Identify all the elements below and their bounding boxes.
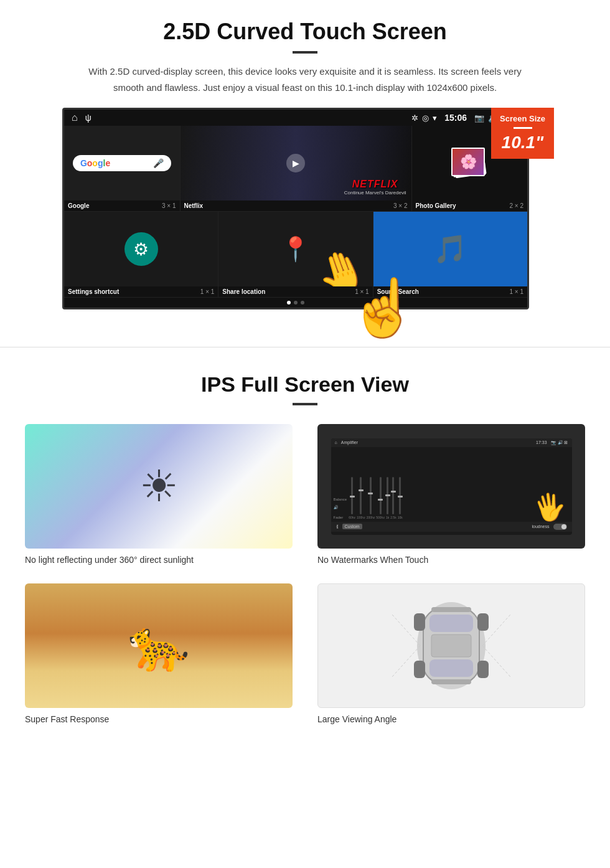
- section2-divider: [293, 403, 317, 405]
- camera-icon: 📷: [474, 113, 484, 123]
- amp-icons: 📷 🔊 ⊠: [551, 440, 568, 445]
- app-cell-share[interactable]: 📍 🤚 Share location 1 × 1: [218, 212, 373, 297]
- photo-stack: 🌸: [448, 146, 491, 181]
- netflix-logo: NETFLIX: [344, 179, 406, 190]
- photo-stack-front: 🌸: [451, 148, 485, 176]
- settings-icon: ⚙: [124, 232, 158, 266]
- home-icon[interactable]: ⌂: [72, 112, 78, 123]
- share-app-name: Share location: [222, 288, 265, 295]
- gallery-app-size: 2 × 2: [509, 202, 523, 209]
- sun-icon: ☀: [139, 461, 179, 512]
- section2-title: IPS Full Screen View: [25, 372, 585, 397]
- svg-rect-10: [477, 661, 489, 678]
- slider-60hz: 60hz: [349, 477, 355, 519]
- mic-icon[interactable]: 🎤: [153, 158, 164, 168]
- share-app-size: 1 × 1: [355, 288, 369, 295]
- feature-car: Large Viewing Angle: [317, 583, 585, 724]
- netflix-app-size: 3 × 2: [393, 202, 408, 209]
- sound-app-name: Sound Search: [377, 288, 419, 295]
- amp-home-icon: ⌂: [335, 440, 337, 445]
- screen-size-badge: Screen Size 10.1": [491, 108, 554, 159]
- device-screen: ⌂ ψ ✲ ◎ ▾ 15:06 📷 🔊 ⊠ ▭: [62, 108, 529, 309]
- amp-label-balance: Balance: [334, 498, 347, 501]
- badge-title: Screen Size: [500, 114, 545, 123]
- sound-app-size: 1 × 1: [509, 288, 523, 295]
- feature-label-cheetah: Super Fast Response: [25, 714, 293, 724]
- features-grid: ☀ No light reflecting under 360° direct …: [25, 424, 585, 724]
- netflix-label-row: Netflix 3 × 2: [181, 200, 411, 211]
- netflix-thumb: ▶ NETFLIX Continue Marvel's Daredevil: [181, 126, 411, 200]
- settings-app-name: Settings shortcut: [68, 288, 119, 295]
- feature-image-car: [317, 583, 585, 708]
- amp-time: 17:33: [536, 440, 547, 445]
- svg-rect-3: [429, 659, 473, 677]
- feature-image-amplifier: ⌂ Amplifier 17:33 📷 🔊 ⊠ Balance 🔊 Fader: [317, 424, 585, 549]
- cheetah-emoji: 🐆: [128, 616, 190, 675]
- badge-divider: [514, 127, 532, 129]
- app-cell-settings[interactable]: ⚙ Settings shortcut 1 × 1: [64, 212, 218, 297]
- app-cell-google[interactable]: Google 🎤 Google 3 × 1: [64, 126, 181, 211]
- google-search-bar[interactable]: Google 🎤: [73, 155, 171, 171]
- settings-label-row: Settings shortcut 1 × 1: [64, 286, 218, 297]
- netflix-play-button[interactable]: ▶: [286, 154, 305, 172]
- amp-title: Amplifier: [341, 440, 358, 445]
- amp-label-volume: 🔊: [334, 505, 347, 509]
- amp-loudness-label: loudness: [532, 524, 549, 529]
- slider-200hz: 200hz: [367, 477, 375, 519]
- hand-pointing-icon: 🤚: [309, 241, 373, 286]
- sound-thumb: 🎵: [373, 212, 527, 286]
- slider-1k: 1k: [386, 477, 389, 519]
- wifi-icon: ▾: [433, 113, 437, 123]
- car-topview-svg: [389, 596, 514, 696]
- feature-image-sunlight: ☀: [25, 424, 293, 549]
- app-row-2: ⚙ Settings shortcut 1 × 1 📍 🤚 Share loca…: [64, 212, 527, 298]
- section1-title: 2.5D Curved Touch Screen: [37, 19, 573, 45]
- device-wrapper: Screen Size 10.1" ⌂ ψ ✲ ◎ ▾ 15:06 📷 🔊 ⊠ …: [62, 108, 548, 309]
- hand-on-sliders-icon: 🖐: [531, 489, 568, 524]
- svg-rect-7: [414, 613, 425, 631]
- share-label-row: Share location 1 × 1: [218, 286, 372, 297]
- netflix-app-name: Netflix: [184, 202, 204, 209]
- google-thumb: Google 🎤: [64, 126, 180, 200]
- music-note-icon: 🎵: [433, 233, 467, 265]
- amp-frequency-sliders: 60hz 100hz 200hz: [349, 463, 403, 519]
- svg-rect-6: [431, 679, 471, 684]
- amp-labels: Balance 🔊 Fader: [334, 498, 347, 519]
- app-cell-sound[interactable]: 🎵 Sound Search 1 × 1: [373, 212, 527, 297]
- feature-cheetah: 🐆 Super Fast Response: [25, 583, 293, 724]
- settings-thumb: ⚙: [64, 212, 218, 286]
- page-indicator: [64, 298, 527, 308]
- dot-1: [287, 301, 291, 304]
- feature-label-sunlight: No light reflecting under 360° direct su…: [25, 555, 293, 565]
- feature-amplifier: ⌂ Amplifier 17:33 📷 🔊 ⊠ Balance 🔊 Fader: [317, 424, 585, 565]
- app-cell-netflix[interactable]: ▶ NETFLIX Continue Marvel's Daredevil Ne…: [181, 126, 412, 211]
- title-divider: [293, 51, 317, 54]
- amp-label-fader: Fader: [334, 516, 347, 519]
- badge-size: 10.1": [500, 133, 545, 153]
- feature-label-car: Large Viewing Angle: [317, 714, 585, 724]
- slider-10k: 10k: [398, 477, 403, 519]
- dot-3: [301, 301, 304, 304]
- loudness-toggle[interactable]: [553, 524, 567, 530]
- app-row-1: Google 🎤 Google 3 × 1 ▶: [64, 126, 527, 212]
- location-icon: ◎: [422, 113, 429, 123]
- slider-2-5k: 2.5k: [390, 477, 396, 519]
- slider-100hz: 100hz: [357, 477, 365, 519]
- amp-screen: ⌂ Amplifier 17:33 📷 🔊 ⊠ Balance 🔊 Fader: [331, 438, 572, 535]
- feature-sunlight: ☀ No light reflecting under 360° direct …: [25, 424, 293, 565]
- google-label-row: Google 3 × 1: [64, 200, 180, 211]
- settings-app-size: 1 × 1: [200, 288, 215, 295]
- amp-sliders: Balance 🔊 Fader 60hz: [331, 447, 572, 522]
- maps-icon: 📍: [281, 235, 310, 263]
- amp-back-icon: ⟪: [336, 524, 339, 529]
- status-bar: ⌂ ψ ✲ ◎ ▾ 15:06 📷 🔊 ⊠ ▭: [64, 110, 527, 126]
- section-ips-full-screen: IPS Full Screen View ☀ No light reflecti…: [0, 372, 610, 749]
- amp-header: ⌂ Amplifier 17:33 📷 🔊 ⊠: [331, 438, 572, 447]
- amp-custom-label: Custom: [342, 524, 362, 529]
- svg-rect-5: [431, 607, 471, 612]
- slider-500hz: 500hz: [376, 477, 385, 519]
- feature-image-cheetah: 🐆: [25, 583, 293, 708]
- usb-icon: ψ: [85, 113, 92, 123]
- section-curved-touch-screen: 2.5D Curved Touch Screen With 2.5D curve…: [0, 0, 610, 322]
- feature-label-amplifier: No Watermarks When Touch: [317, 555, 585, 565]
